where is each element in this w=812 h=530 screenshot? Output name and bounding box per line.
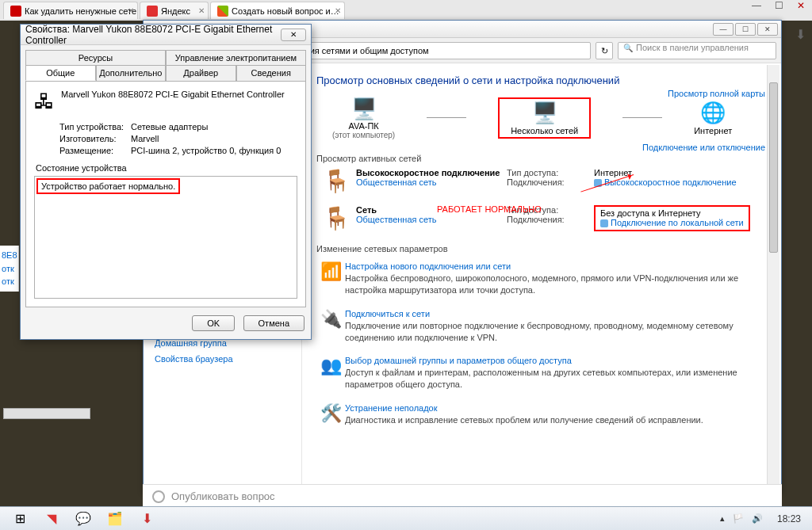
- internet-node: 🌐 Интернет: [694, 101, 732, 135]
- tab-driver[interactable]: Драйвер: [166, 65, 236, 81]
- connections-label: Подключения:: [507, 215, 594, 224]
- clock[interactable]: 18:23: [771, 513, 807, 524]
- device-status-box: Устройство работает нормально.: [34, 176, 297, 299]
- annotation-text: РАБОТАЕТ НОРМАЛЬНО: [437, 204, 542, 214]
- taskbar-app-explorer[interactable]: 🗂️: [100, 509, 130, 528]
- browser-tab-active[interactable]: Создать новый вопрос и… ✕: [210, 2, 345, 19]
- close-button[interactable]: ✕: [757, 23, 778, 36]
- dialog-titlebar[interactable]: Свойства: Marvell Yukon 88E8072 PCI-E Gi…: [21, 25, 311, 45]
- network-type-link[interactable]: Общественная сеть: [356, 177, 507, 187]
- connect-disconnect-link[interactable]: Подключение или отключение: [642, 143, 765, 152]
- browser-tabstrip: Как удалить ненужные сете… ✕ Яндекс ✕ Со…: [0, 0, 812, 21]
- connection-link[interactable]: Подключение по локальной сети: [600, 218, 744, 227]
- yandex-icon: [147, 6, 158, 17]
- maximize-button[interactable]: ☐: [735, 23, 756, 36]
- device-name: Marvell Yukon 88E8072 PCI-E Gigabit Ethe…: [61, 90, 285, 114]
- tab-details[interactable]: Сведения: [236, 65, 307, 81]
- access-type-value: Без доступа к Интернету: [600, 208, 744, 218]
- bench-icon: 🪑: [316, 205, 356, 231]
- settings-link[interactable]: Настройка нового подключения или сети: [345, 261, 767, 271]
- node-label: Несколько сетей: [511, 126, 578, 135]
- close-button[interactable]: ✕: [281, 29, 306, 41]
- this-computer-node: 🖥️ AVA-ПК (этот компьютер): [332, 96, 395, 139]
- horizontal-scrollbar[interactable]: [3, 408, 90, 419]
- connection-icon: [600, 219, 608, 227]
- page-title: Просмотр основных сведений о сети и наст…: [316, 74, 767, 86]
- settings-desc: Настройка беспроводного, широкополосного…: [345, 273, 767, 296]
- close-icon[interactable]: ✕: [128, 6, 134, 15]
- ok-button[interactable]: OK: [192, 315, 235, 331]
- minimize-button[interactable]: —: [713, 23, 733, 36]
- tab-resources[interactable]: Ресурсы: [25, 50, 166, 65]
- taskbar-app-messenger[interactable]: 💬: [68, 509, 98, 528]
- minimize-button[interactable]: —: [745, 0, 768, 16]
- multiple-networks-node: 🖥️ Несколько сетей: [498, 97, 591, 139]
- system-tray: ▴ 🏳️ 🔊 18:23: [720, 513, 807, 524]
- circle-icon: [152, 490, 165, 503]
- search-input[interactable]: Поиск в панели управления: [618, 42, 776, 59]
- device-properties-dialog: Свойства: Marvell Yukon 88E8072 PCI-E Gi…: [20, 24, 312, 340]
- tab-power[interactable]: Управление электропитанием: [166, 50, 306, 65]
- node-sublabel: (этот компьютер): [332, 131, 395, 139]
- sidebar-item-browser-props[interactable]: Свойства браузера: [144, 351, 301, 367]
- settings-desc: Диагностика и исправление сетевых пробле…: [345, 414, 767, 426]
- microsoft-icon: [217, 6, 228, 17]
- tray-expand-icon[interactable]: ▴: [720, 513, 725, 524]
- vertical-scrollbar[interactable]: [767, 65, 779, 492]
- manufacturer-value: Marvell: [131, 134, 159, 143]
- publish-label: Опубликовать вопрос: [171, 490, 275, 502]
- tab-label: Как удалить ненужные сете…: [25, 6, 138, 16]
- browser-tab[interactable]: Как удалить ненужные сете… ✕: [3, 2, 138, 19]
- refresh-button[interactable]: ↻: [596, 42, 613, 59]
- download-icon[interactable]: ⬇: [795, 27, 806, 42]
- node-label: Интернет: [694, 126, 732, 135]
- active-networks-label: Просмотр активных сетей: [316, 154, 767, 163]
- tab-advanced[interactable]: Дополнительно: [96, 65, 167, 81]
- device-type-value: Сетевые адаптеры: [131, 122, 208, 132]
- settings-link[interactable]: Устранение неполадок: [345, 403, 767, 413]
- node-label: AVA-ПК: [332, 121, 395, 131]
- close-icon[interactable]: ✕: [335, 6, 341, 15]
- publish-question-bar[interactable]: Опубликовать вопрос: [143, 484, 782, 508]
- location-label: Размещение:: [59, 146, 131, 155]
- network-type-link[interactable]: Общественная сеть: [356, 215, 507, 224]
- scrollbar-thumb[interactable]: [769, 82, 778, 254]
- close-button[interactable]: ✕: [790, 0, 812, 16]
- tab-general[interactable]: Общие: [25, 65, 96, 81]
- cp-main-content: Просмотр основных сведений о сети и наст…: [302, 63, 781, 494]
- taskbar: ⊞ ◥ 💬 🗂️ ⬇ ▴ 🏳️ 🔊 18:23: [0, 506, 812, 530]
- tab-label: Яндекс: [161, 6, 190, 16]
- left-clipped-text: 8E8 отк отк: [0, 246, 19, 292]
- flag-icon[interactable]: 🏳️: [733, 513, 744, 524]
- homegroup-icon: 👥: [316, 356, 345, 391]
- location-value: PCI-шина 2, устройство 0, функция 0: [131, 146, 281, 155]
- taskbar-app-yandex[interactable]: ◥: [36, 509, 67, 528]
- maximize-button[interactable]: ☐: [768, 0, 790, 16]
- settings-item: 📶 Настройка нового подключения или сети …: [316, 261, 767, 296]
- network-icon: 🖥️: [511, 101, 578, 126]
- settings-link[interactable]: Выбор домашней группы и параметров общег…: [345, 356, 767, 365]
- computer-icon: 🖥️: [332, 96, 395, 121]
- dialog-buttons: OK Отмена: [21, 307, 311, 339]
- globe-icon: 🌐: [694, 101, 732, 126]
- taskbar-app-downloader[interactable]: ⬇: [132, 509, 162, 528]
- settings-link[interactable]: Подключиться к сети: [345, 309, 767, 318]
- cancel-button[interactable]: Отмена: [243, 315, 304, 331]
- connection-name: Высокоскоростное подключение: [356, 168, 507, 177]
- close-icon[interactable]: ✕: [198, 6, 205, 15]
- tab-label: Создать новый вопрос и…: [232, 6, 339, 16]
- start-button[interactable]: ⊞: [5, 509, 35, 528]
- network-connection-row: 🪑 Высокоскоростное подключение Обществен…: [316, 168, 767, 194]
- settings-desc: Подключение или повторное подключение к …: [345, 320, 767, 344]
- full-map-link[interactable]: Просмотр полной карты: [668, 89, 765, 98]
- network-diagram: 🖥️ AVA-ПК (этот компьютер) 🖥️ Несколько …: [332, 96, 767, 139]
- settings-item: 👥 Выбор домашней группы и параметров общ…: [316, 356, 767, 391]
- connection-link[interactable]: Высокоскоростное подключение: [594, 177, 737, 187]
- volume-icon[interactable]: 🔊: [752, 513, 763, 524]
- device-type-label: Тип устройства:: [59, 122, 131, 132]
- browser-tab[interactable]: Яндекс ✕: [140, 2, 209, 19]
- settings-item: 🔌 Подключиться к сети Подключение или по…: [316, 309, 767, 344]
- browser-window-controls: — ☐ ✕: [745, 0, 812, 16]
- bench-icon: 🪑: [316, 168, 356, 194]
- tab-content: 🖧 Marvell Yukon 88E8072 PCI-E Gigabit Et…: [25, 81, 306, 307]
